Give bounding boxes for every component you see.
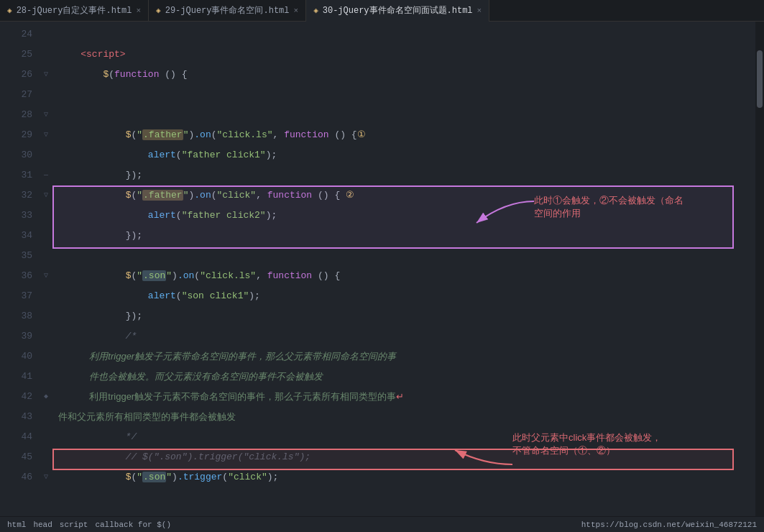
code-45-text: // $(".son").trigger("click.ls");: [58, 447, 310, 467]
fold-43: [40, 407, 52, 427]
ln-32: 32: [0, 185, 32, 206]
ln-35: 35: [0, 246, 32, 266]
code-line-24: [58, 24, 755, 45]
code-line-43: 件和父元素所有相同类型的事件都会被触发: [58, 407, 755, 427]
code-38-text: });: [58, 306, 142, 326]
ln-33: 33: [0, 206, 32, 226]
code-line-31: });: [58, 165, 755, 185]
fold-41: [40, 367, 52, 387]
code-line-34: });: [58, 226, 755, 246]
code-line-46: $(".son").trigger("click");: [58, 467, 755, 487]
fold-45: [40, 447, 52, 467]
code-line-27: [58, 85, 755, 105]
fold-32[interactable]: ▽: [40, 185, 52, 206]
ln-34: 34: [0, 226, 32, 246]
annotation-top-text: 此时①会触发，②不会被触发（命名空间的作用: [534, 195, 684, 219]
file-icon-1: ◈: [7, 6, 12, 15]
line-numbers: 24 25 26 27 28 29 30 31 32 33 34 35 36 3…: [0, 22, 40, 516]
tab-2-close[interactable]: ×: [294, 6, 299, 15]
status-html: html: [7, 520, 26, 529]
ln-24: 24: [0, 24, 32, 45]
tab-3[interactable]: ◈ 30-jQuery事件命名空间面试题.html ×: [306, 0, 489, 22]
code-33-text: alert("father click2");: [58, 206, 277, 226]
fold-42: ◆: [40, 387, 52, 407]
code-line-26: $(function () {: [58, 65, 755, 85]
code-line-35: [58, 246, 755, 266]
file-icon-2: ◈: [156, 6, 161, 15]
status-script: script: [60, 520, 88, 529]
scrollbar-thumb[interactable]: [757, 50, 763, 108]
code-line-28: [58, 105, 755, 125]
tab-2-label: 29-jQuery事件命名空间.html: [165, 4, 290, 17]
code-40-text: 利用trigger触发子元素带命名空间的事件，那么父元素带相同命名空间的事: [58, 347, 396, 367]
arrow-bottom: [433, 443, 516, 479]
ln-37: 37: [0, 286, 32, 306]
annotation-bottom-text: 此时父元素中click事件都会被触发，不管命名空间（①、②）: [512, 432, 661, 456]
tab-2[interactable]: ◈ 29-jQuery事件命名空间.html ×: [149, 0, 306, 22]
code-46-text: $(".son").trigger("click");: [58, 467, 278, 487]
code-line-42: 利用trigger触发子元素不带命名空间的事件，那么子元素所有相同类型的事↵: [58, 387, 755, 407]
code-43-text: 件和父元素所有相同类型的事件都会被触发: [58, 407, 236, 427]
status-left: html head script callback for $(): [7, 520, 171, 529]
arrow-top: [455, 194, 538, 237]
fold-40: [40, 347, 52, 367]
code-34-text: });: [58, 226, 142, 246]
ln-28: 28: [0, 105, 32, 125]
code-31-text: });: [58, 165, 142, 185]
file-icon-3: ◈: [313, 6, 318, 15]
code-line-38: });: [58, 306, 755, 326]
ln-36: 36: [0, 266, 32, 286]
code-line-29: $(".father").on("click.ls", function () …: [58, 125, 755, 145]
fold-26[interactable]: ▽: [40, 65, 52, 85]
code-42-text: 利用trigger触发子元素不带命名空间的事件，那么子元素所有相同类型的事↵: [58, 387, 404, 407]
scrollbar[interactable]: [755, 22, 764, 516]
fold-30: [40, 145, 52, 165]
fold-46[interactable]: ▽: [40, 467, 52, 487]
code-26-text: $(function () {: [58, 65, 188, 85]
fold-38: [40, 306, 52, 326]
tab-1-close[interactable]: ×: [136, 6, 141, 15]
code-line-39: /*: [58, 326, 755, 347]
fold-35: [40, 246, 52, 266]
tab-1[interactable]: ◈ 28-jQuery自定义事件.html ×: [0, 0, 149, 22]
code-line-37: alert("son click1");: [58, 286, 755, 306]
ln-39: 39: [0, 326, 32, 347]
status-callback: callback for $(): [95, 520, 171, 529]
fold-28: ▽: [40, 105, 52, 125]
ln-43: 43: [0, 407, 32, 427]
fold-34: [40, 226, 52, 246]
status-url-text: https://blog.csdn.net/weixin_46872121: [581, 520, 757, 529]
ln-27: 27: [0, 85, 32, 105]
fold-36[interactable]: ▽: [40, 266, 52, 286]
code-25-text: <script>: [58, 45, 126, 65]
tab-3-label: 30-jQuery事件命名空间面试题.html: [323, 4, 473, 17]
code-content[interactable]: <script> $(function () { $(".father").on…: [52, 22, 755, 516]
ln-31: 31: [0, 165, 32, 185]
ln-25: 25: [0, 45, 32, 65]
ln-40: 40: [0, 347, 32, 367]
status-bar: html head script callback for $() https:…: [0, 516, 764, 532]
ln-30: 30: [0, 145, 32, 165]
fold-33: [40, 206, 52, 226]
ln-44: 44: [0, 427, 32, 447]
tab-3-close[interactable]: ×: [477, 6, 482, 15]
fold-column: ▽ ▽ ▽ — ▽ ▽ ◆ ▽: [40, 22, 52, 516]
fold-29[interactable]: ▽: [40, 125, 52, 145]
ln-45: 45: [0, 447, 32, 467]
code-39-text: /*: [58, 326, 137, 347]
ln-38: 38: [0, 306, 32, 326]
code-line-30: alert("father click1");: [58, 145, 755, 165]
ln-41: 41: [0, 367, 32, 387]
tab-bar: ◈ 28-jQuery自定义事件.html × ◈ 29-jQuery事件命名空…: [0, 0, 764, 22]
code-line-41: 件也会被触发。而父元素没有命名空间的事件不会被触发: [58, 367, 755, 387]
code-line-40: 利用trigger触发子元素带命名空间的事件，那么父元素带相同命名空间的事: [58, 347, 755, 367]
status-url: https://blog.csdn.net/weixin_46872121: [581, 520, 757, 529]
code-37-text: alert("son click1");: [58, 286, 260, 306]
code-29-text: $(".father").on("click.ls", function () …: [58, 125, 366, 145]
ln-42: 42: [0, 387, 32, 407]
fold-37: [40, 286, 52, 306]
code-44-text: */: [58, 427, 137, 447]
ln-26: 26: [0, 65, 32, 85]
editor-area: 24 25 26 27 28 29 30 31 32 33 34 35 36 3…: [0, 22, 764, 516]
code-line-36: $(".son").on("click.ls", function () {: [58, 266, 755, 286]
